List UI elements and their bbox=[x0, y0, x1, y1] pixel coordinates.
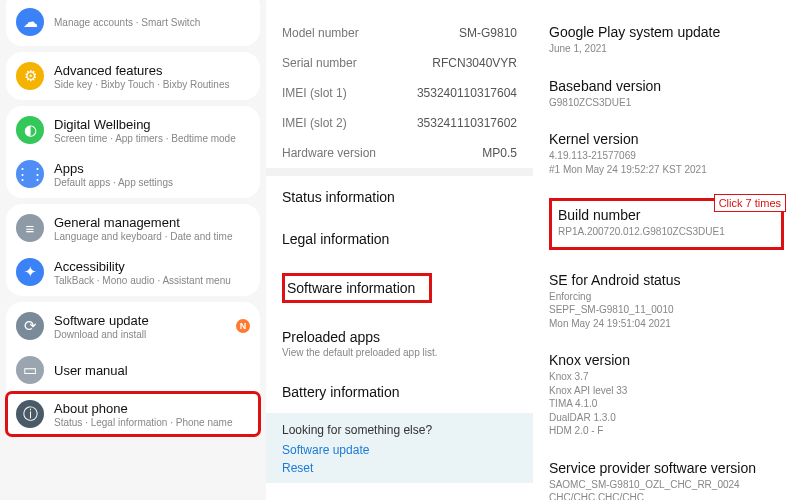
card: ☁ Manage accounts · Smart Switch bbox=[6, 0, 260, 46]
row-sub: Manage accounts · Smart Switch bbox=[54, 17, 250, 28]
about-link[interactable]: Legal information bbox=[266, 218, 533, 260]
settings-list-panel: ☁ Manage accounts · Smart Switch ⚙Advanc… bbox=[0, 0, 266, 500]
item-icon: ⟳ bbox=[16, 312, 44, 340]
row-title: General management bbox=[54, 215, 250, 230]
settings-item[interactable]: ⓘAbout phoneStatus · Legal information ·… bbox=[6, 392, 260, 436]
info-title: Service provider software version bbox=[549, 460, 784, 476]
separator bbox=[266, 168, 533, 176]
info-detail: SAOMC_SM-G9810_OZL_CHC_RR_0024CHC/CHC,CH… bbox=[549, 478, 784, 501]
row-title: Digital Wellbeing bbox=[54, 117, 250, 132]
spec-row: Model numberSM-G9810 bbox=[266, 18, 533, 48]
spec-value: MP0.5 bbox=[482, 146, 517, 160]
row-sub: Status · Legal information · Phone name bbox=[54, 417, 250, 428]
info-title: Google Play system update bbox=[549, 24, 784, 40]
info-title: Kernel version bbox=[549, 131, 784, 147]
info-detail: Knox 3.7Knox API level 33TIMA 4.1.0DualD… bbox=[549, 370, 784, 438]
item-icon: ✦ bbox=[16, 258, 44, 286]
info-detail: 4.19.113-21577069#1 Mon May 24 19:52:27 … bbox=[549, 149, 784, 176]
spec-key: Hardware version bbox=[282, 146, 482, 160]
settings-item[interactable]: ▭User manual bbox=[6, 348, 260, 392]
item-icon: ▭ bbox=[16, 356, 44, 384]
spec-row: IMEI (slot 1)353240110317604 bbox=[266, 78, 533, 108]
info-title: Baseband version bbox=[549, 78, 784, 94]
info-item: Kernel version4.19.113-21577069#1 Mon Ma… bbox=[543, 121, 790, 188]
search-prompt: Looking for something else? bbox=[282, 423, 517, 437]
row-sub: Side key · Bixby Touch · Bixby Routines bbox=[54, 79, 250, 90]
about-link[interactable]: Status information bbox=[266, 176, 533, 218]
info-detail: EnforcingSEPF_SM-G9810_11_0010Mon May 24… bbox=[549, 290, 784, 331]
settings-item[interactable]: ◐Digital WellbeingScreen time · App time… bbox=[6, 108, 260, 152]
info-item: Google Play system updateJune 1, 2021 bbox=[543, 14, 790, 68]
info-detail: RP1A.200720.012.G9810ZCS3DUE1 bbox=[558, 225, 775, 239]
search-suggestions: Looking for something else? Software upd… bbox=[266, 413, 533, 483]
link-sub: View the default preloaded app list. bbox=[282, 347, 517, 358]
card: ≡General managementLanguage and keyboard… bbox=[6, 204, 260, 296]
about-link[interactable]: Preloaded appsView the default preloaded… bbox=[266, 316, 533, 371]
item-icon: ⚙ bbox=[16, 62, 44, 90]
spec-key: IMEI (slot 2) bbox=[282, 116, 417, 130]
about-link[interactable]: Software information bbox=[266, 260, 533, 316]
info-item: Baseband versionG9810ZCS3DUE1 bbox=[543, 68, 790, 122]
spec-row: Serial numberRFCN3040VYR bbox=[266, 48, 533, 78]
card: ⚙Advanced featuresSide key · Bixby Touch… bbox=[6, 52, 260, 100]
settings-item-manage-accounts[interactable]: ☁ Manage accounts · Smart Switch bbox=[6, 0, 260, 44]
spec-value: RFCN3040VYR bbox=[432, 56, 517, 70]
row-sub: Download and install bbox=[54, 329, 226, 340]
spec-value: 353240110317604 bbox=[417, 86, 517, 100]
row-sub: Screen time · App timers · Bedtime mode bbox=[54, 133, 250, 144]
settings-item[interactable]: ⚙Advanced featuresSide key · Bixby Touch… bbox=[6, 54, 260, 98]
spec-value: 353241110317602 bbox=[417, 116, 517, 130]
info-detail: G9810ZCS3DUE1 bbox=[549, 96, 784, 110]
annotation-click-7: Click 7 times bbox=[714, 194, 786, 212]
settings-item[interactable]: ⟳Software updateDownload and installN bbox=[6, 304, 260, 348]
spec-row: IMEI (slot 2)353241110317602 bbox=[266, 108, 533, 138]
spec-key: IMEI (slot 1) bbox=[282, 86, 417, 100]
update-badge: N bbox=[236, 319, 250, 333]
item-icon: ◐ bbox=[16, 116, 44, 144]
info-item: Knox versionKnox 3.7Knox API level 33TIM… bbox=[543, 342, 790, 450]
row-title: Apps bbox=[54, 161, 250, 176]
info-item[interactable]: Build numberRP1A.200720.012.G9810ZCS3DUE… bbox=[543, 188, 790, 262]
settings-item[interactable]: ≡General managementLanguage and keyboard… bbox=[6, 206, 260, 250]
search-link-software-update[interactable]: Software update bbox=[282, 443, 517, 457]
item-icon: ⓘ bbox=[16, 400, 44, 428]
item-icon: ≡ bbox=[16, 214, 44, 242]
info-detail: June 1, 2021 bbox=[549, 42, 784, 56]
row-sub: Language and keyboard · Date and time bbox=[54, 231, 250, 242]
card: ⟳Software updateDownload and installN▭Us… bbox=[6, 302, 260, 438]
spec-key: Model number bbox=[282, 26, 459, 40]
settings-item[interactable]: ⋮⋮AppsDefault apps · App settings bbox=[6, 152, 260, 196]
item-icon: ⋮⋮ bbox=[16, 160, 44, 188]
account-icon: ☁ bbox=[16, 8, 44, 36]
row-title: Accessibility bbox=[54, 259, 250, 274]
info-title: Knox version bbox=[549, 352, 784, 368]
info-item: SE for Android statusEnforcingSEPF_SM-G9… bbox=[543, 262, 790, 343]
row-title: User manual bbox=[54, 363, 250, 378]
spec-value: SM-G9810 bbox=[459, 26, 517, 40]
row-title: Advanced features bbox=[54, 63, 250, 78]
row-title: Software update bbox=[54, 313, 226, 328]
row-sub: Default apps · App settings bbox=[54, 177, 250, 188]
about-phone-panel: Model numberSM-G9810Serial numberRFCN304… bbox=[266, 0, 533, 500]
spec-key: Serial number bbox=[282, 56, 432, 70]
search-link-reset[interactable]: Reset bbox=[282, 461, 517, 475]
info-title: SE for Android status bbox=[549, 272, 784, 288]
software-info-panel: Google Play system updateJune 1, 2021Bas… bbox=[533, 0, 800, 500]
settings-item[interactable]: ✦AccessibilityTalkBack · Mono audio · As… bbox=[6, 250, 260, 294]
row-sub: TalkBack · Mono audio · Assistant menu bbox=[54, 275, 250, 286]
info-item: Service provider software versionSAOMC_S… bbox=[543, 450, 790, 501]
spec-row: Hardware versionMP0.5 bbox=[266, 138, 533, 168]
about-link[interactable]: Battery information bbox=[266, 371, 533, 413]
row-title: About phone bbox=[54, 401, 250, 416]
card: ◐Digital WellbeingScreen time · App time… bbox=[6, 106, 260, 198]
highlight-box: Software information bbox=[282, 273, 432, 303]
